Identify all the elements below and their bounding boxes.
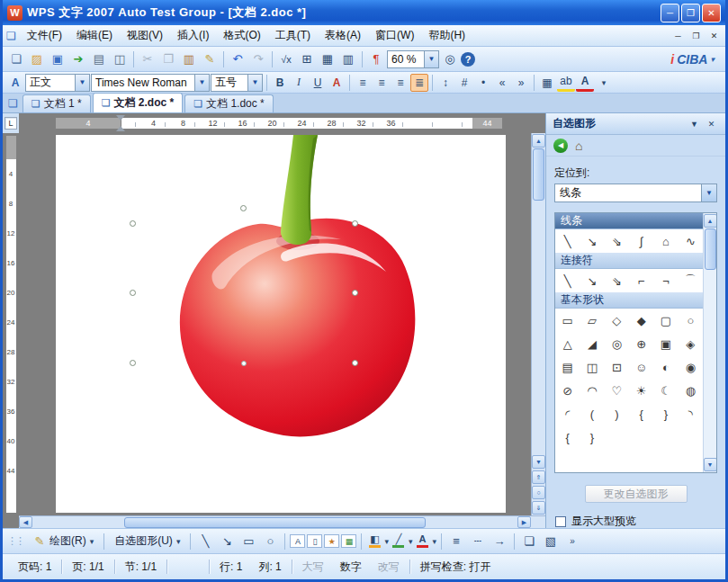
cherry-drawing[interactable]	[105, 135, 438, 445]
document-page[interactable]	[56, 135, 506, 513]
menu-item[interactable]: 表格(A)	[318, 25, 368, 46]
selection-handle-middle-left[interactable]	[130, 290, 136, 296]
basic-shape-icon[interactable]: ◢	[580, 332, 604, 355]
basic-shape-icon[interactable]: {	[629, 402, 653, 425]
arrow-tool-icon[interactable]: ↘	[217, 532, 237, 551]
selection-handle-top-center[interactable]	[240, 205, 247, 211]
align-center-button[interactable]: ≡	[373, 74, 391, 92]
columns-icon[interactable]: ▥	[338, 49, 358, 69]
oval-tool-icon[interactable]: ○	[260, 532, 280, 551]
menu-item[interactable]: 文件(F)	[20, 25, 69, 46]
scroll-up-icon[interactable]: ▲	[704, 214, 717, 228]
cut-icon[interactable]: ✂	[138, 49, 157, 69]
scroll-up-icon[interactable]: ▲	[532, 134, 545, 148]
menu-item[interactable]: 格式(O)	[216, 25, 267, 46]
previous-page-icon[interactable]: ⇑	[532, 470, 545, 484]
decrease-indent-button[interactable]: «	[493, 74, 511, 92]
basic-shape-icon[interactable]: ▢	[653, 309, 678, 332]
horizontal-scroll-thumb[interactable]	[124, 517, 425, 528]
basic-shape-icon[interactable]: ☾	[653, 379, 678, 402]
status-spellcheck[interactable]: 拼写检查: 打开	[412, 560, 499, 575]
basic-shape-icon[interactable]: ◫	[580, 355, 604, 379]
fill-color-icon[interactable]: ◧	[366, 533, 382, 551]
menu-item[interactable]: 视图(V)	[120, 25, 170, 46]
selection-handle-top-left[interactable]	[130, 220, 136, 227]
format-painter-icon[interactable]: ✎	[200, 49, 220, 69]
text-box-icon[interactable]: A	[290, 534, 305, 548]
connector-shape-icon[interactable]: ⇘	[605, 269, 629, 292]
line-shape-icon[interactable]: ⇘	[605, 229, 629, 253]
basic-shape-icon[interactable]: )	[605, 402, 629, 425]
styles-pane-icon[interactable]: A	[6, 74, 24, 92]
shapes-scrollbar[interactable]: ▲ ▼	[703, 213, 716, 472]
print-icon[interactable]: ▤	[89, 49, 109, 69]
underline-button[interactable]: U	[309, 74, 327, 92]
vertical-scroll-thumb[interactable]	[533, 148, 544, 201]
chevron-down-icon[interactable]: ▼	[701, 184, 716, 201]
close-button[interactable]: ✕	[702, 4, 721, 22]
section-lines[interactable]: 线条	[555, 213, 703, 229]
chevron-down-icon[interactable]: ▼	[424, 51, 438, 67]
insert-table-icon[interactable]: ⊞	[297, 49, 317, 69]
wordart-icon[interactable]: ★	[324, 534, 339, 548]
undo-icon[interactable]: ↶	[228, 49, 247, 69]
chevron-down-icon[interactable]: ▼	[687, 116, 702, 131]
chevron-down-icon[interactable]: ▼	[75, 75, 89, 91]
increase-indent-button[interactable]: »	[512, 74, 530, 92]
borders-button[interactable]: ▦	[538, 74, 556, 92]
basic-shape-icon[interactable]: △	[555, 332, 580, 355]
autoshapes-menu-button[interactable]: 自选图形(U) ▾	[109, 532, 185, 551]
vertical-text-box-icon[interactable]: ▯	[307, 534, 322, 548]
basic-shape-icon[interactable]: ▱	[580, 309, 604, 332]
close-icon[interactable]: ✕	[704, 116, 719, 131]
basic-shape-icon[interactable]: ♡	[605, 379, 629, 402]
basic-shape-icon[interactable]: }	[580, 425, 604, 449]
locate-combo[interactable]: 线条 ▼	[554, 184, 717, 202]
basic-shape-icon[interactable]: ◜	[555, 402, 580, 425]
basic-shape-icon[interactable]: ◠	[580, 379, 604, 402]
align-justify-button[interactable]: ≣	[410, 74, 428, 92]
basic-shape-icon[interactable]: ☀	[629, 379, 653, 402]
basic-shape-icon[interactable]: (	[580, 402, 604, 425]
chart-icon[interactable]: ▦	[318, 49, 337, 69]
formula-icon[interactable]: √x	[276, 49, 296, 69]
paste-icon[interactable]: ▥	[179, 49, 199, 69]
selection-handle-bottom-center[interactable]	[241, 361, 247, 366]
insert-picture-icon[interactable]: ▦	[341, 534, 356, 548]
shadow-style-icon[interactable]: ❏	[519, 532, 539, 551]
shapes-scroll-thumb[interactable]	[705, 228, 716, 270]
basic-shape-icon[interactable]: ▤	[555, 355, 580, 379]
menu-item[interactable]: 工具(T)	[268, 25, 318, 46]
mdi-restore-button[interactable]: ❐	[688, 29, 704, 42]
save-icon[interactable]: ▣	[48, 49, 67, 69]
arrow-style-icon[interactable]: →	[490, 532, 509, 551]
basic-shape-icon[interactable]: ◇	[605, 309, 629, 332]
draw-menu-button[interactable]: ✎ 绘图(R) ▾	[28, 532, 99, 551]
more-options-icon[interactable]: ▾	[595, 74, 613, 92]
font-combo[interactable]: Times New Roman ▼	[91, 74, 210, 92]
checkbox-icon[interactable]	[555, 516, 566, 527]
basic-shape-icon[interactable]: ◍	[679, 379, 703, 402]
menu-item[interactable]: 窗口(W)	[368, 25, 421, 46]
scroll-right-icon[interactable]: ▶	[517, 516, 531, 528]
font-size-combo[interactable]: 五号 ▼	[211, 74, 263, 92]
copy-icon[interactable]: ❐	[158, 49, 178, 69]
vertical-ruler[interactable]: 48121620242832364044	[3, 133, 19, 515]
maximize-button[interactable]: ❐	[681, 4, 700, 22]
line-shape-icon[interactable]: ⌂	[653, 229, 678, 253]
redo-icon[interactable]: ↷	[248, 49, 268, 69]
document-canvas[interactable]	[19, 133, 531, 515]
connector-shape-icon[interactable]: ↘	[580, 269, 604, 292]
chevron-down-icon[interactable]: ▾	[384, 537, 389, 546]
open-icon[interactable]: ▨	[27, 49, 47, 69]
selection-handle-top-right[interactable]	[352, 220, 358, 227]
horizontal-ruler[interactable]: 4 4812162024283236 44	[55, 117, 503, 130]
find-icon[interactable]: ◎	[440, 49, 460, 69]
basic-shape-icon[interactable]: ◆	[629, 309, 653, 332]
basic-shape-icon[interactable]: ⊡	[605, 355, 629, 379]
chevron-down-icon[interactable]: ▾	[432, 537, 436, 546]
hanging-indent-marker[interactable]	[116, 121, 125, 131]
status-caps-toggle[interactable]: 大写	[294, 560, 332, 575]
basic-shape-icon[interactable]: ◎	[605, 332, 629, 355]
rectangle-tool-icon[interactable]: ▭	[238, 532, 258, 551]
